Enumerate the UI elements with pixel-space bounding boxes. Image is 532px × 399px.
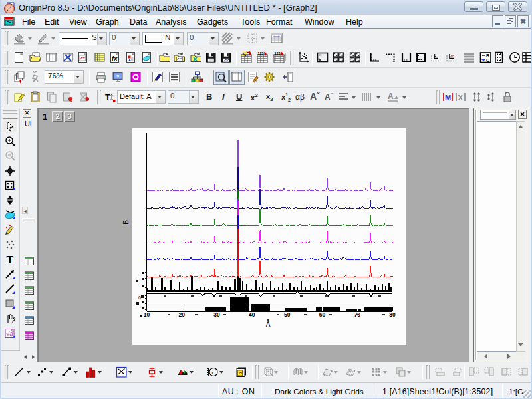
svg-text:A: A <box>388 92 394 101</box>
svg-text:T: T <box>7 254 14 265</box>
svg-text:80: 80 <box>389 311 396 318</box>
svg-text:123: 123 <box>257 51 263 55</box>
svg-text:T: T <box>105 92 110 102</box>
svg-text:√a: √a <box>7 331 13 337</box>
svg-text:M: M <box>445 94 451 102</box>
svg-text:fx: fx <box>112 55 118 62</box>
svg-text:30: 30 <box>213 311 220 318</box>
svg-text:50: 50 <box>284 311 291 318</box>
svg-text:?: ? <box>116 74 120 80</box>
svg-text:C: C <box>486 58 489 63</box>
svg-text:B: B <box>486 53 489 58</box>
svg-text:A: A <box>266 321 271 328</box>
svg-text:123: 123 <box>274 51 280 55</box>
svg-text:20: 20 <box>179 311 186 318</box>
svg-text:0: 0 <box>138 295 141 300</box>
svg-text:10: 10 <box>144 311 150 318</box>
svg-text:X: X <box>458 94 464 102</box>
svg-text:60: 60 <box>319 311 326 318</box>
svg-text:r: r <box>211 370 213 376</box>
